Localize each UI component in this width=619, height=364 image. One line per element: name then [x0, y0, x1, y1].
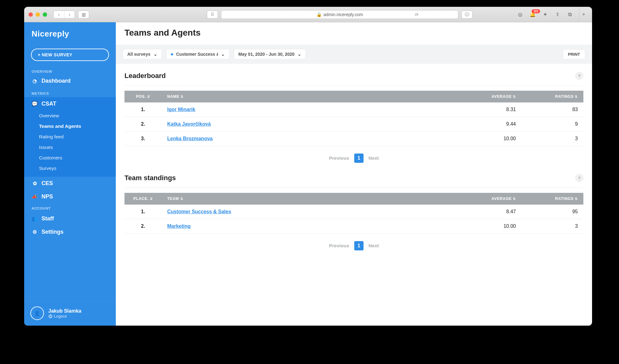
tabs-icon[interactable]: ⧉ [565, 11, 574, 18]
divider [124, 188, 583, 188]
user-icon: 👤 [34, 310, 40, 316]
sidebar-item-label: CSAT [41, 101, 56, 107]
sort-icon: ⇅ [513, 197, 516, 201]
pagination-next[interactable]: Next [368, 155, 379, 161]
grid-icon: ⠿ [207, 11, 218, 18]
panel-icon: ▥ [78, 11, 89, 18]
sidebar-item-csat[interactable]: 💬 CSAT [24, 97, 116, 110]
sidebar-item-staff[interactable]: 👥 Staff [24, 212, 116, 225]
agent-link[interactable]: Igor Minarik [167, 107, 195, 112]
cell-average: 9.44 [460, 117, 521, 132]
filter-team[interactable]: Customer Success & ⌄ [166, 49, 229, 59]
apps-button[interactable]: ⠿ [207, 11, 218, 19]
avatar[interactable]: 👤 [30, 306, 44, 320]
table-row: 2. Marketing 10.00 3 [124, 219, 583, 234]
close-window-button[interactable] [28, 12, 33, 17]
filter-team-label: Customer Success & [176, 52, 218, 57]
csat-group: 💬 CSAT Overview Teams and Agents Rating … [24, 97, 116, 177]
sort-icon: ⇅ [180, 197, 183, 201]
logout-link[interactable]: ⏻ Logout [48, 314, 81, 318]
sidebar: Nicereply + NEW SURVEY OVERVIEW ◔ Dashbo… [24, 22, 116, 326]
address-bar[interactable]: 🔒 admin.nicereply.com ⟳ [221, 10, 458, 19]
minimize-window-button[interactable] [36, 12, 40, 17]
reader-button[interactable]: ⓘ [461, 11, 473, 19]
maximize-window-button[interactable] [43, 12, 47, 17]
col-label: NAME [167, 94, 179, 99]
sidebar-item-settings[interactable]: ⚙ Settings [24, 225, 116, 239]
sidebar-sub-rating-feed[interactable]: Rating feed [24, 132, 116, 142]
filter-survey[interactable]: All surveys ⌄ [123, 49, 162, 59]
table-header-row: PLACE.⇵ TEAM⇅ AVERAGE⇅ RATINGS⇅ [124, 193, 583, 205]
help-button[interactable]: ? [575, 174, 583, 182]
agent-link[interactable]: Lenka Brozmanova [167, 136, 213, 141]
extension-icon-3[interactable]: ✶ [541, 11, 549, 18]
filter-date[interactable]: May 01, 2020 - Jun 30, 2020 ⌄ [234, 49, 306, 59]
pagination-next[interactable]: Next [368, 243, 379, 249]
sidebar-item-nps[interactable]: 📣 NPS [24, 190, 116, 203]
new-tab-button[interactable]: ＋ [579, 7, 588, 22]
info-icon: ⓘ [462, 11, 472, 18]
sidebar-item-ces[interactable]: ✿ CES [24, 177, 116, 190]
sidebar-sub-overview[interactable]: Overview [24, 110, 116, 121]
col-team[interactable]: TEAM⇅ [162, 193, 460, 205]
reload-icon[interactable]: ⟳ [415, 12, 419, 17]
col-name[interactable]: NAME⇅ [162, 91, 460, 102]
col-label: RATINGS [555, 197, 574, 201]
col-ratings[interactable]: RATINGS⇅ [521, 193, 583, 205]
team-standings-pagination: Previous 1 Next [124, 241, 583, 250]
section-overview-label: OVERVIEW [24, 67, 116, 75]
col-ratings[interactable]: RATINGS⇅ [521, 91, 583, 102]
sidebar-item-dashboard[interactable]: ◔ Dashboard [24, 75, 116, 89]
nav-back-forward: ‹ › [53, 11, 75, 19]
extension-icon-1[interactable]: ◎ [516, 11, 525, 18]
user-name: Jakub Slamka [48, 308, 81, 314]
window-controls [28, 12, 47, 17]
pagination-prev[interactable]: Previous [329, 243, 349, 249]
help-button[interactable]: ? [575, 72, 583, 80]
sidebar-item-label: Staff [41, 215, 54, 222]
agent-link[interactable]: Katka Javorčíková [167, 121, 211, 127]
gear-icon: ⚙ [32, 229, 38, 235]
page-title: Teams and Agents [124, 28, 583, 38]
puzzle-icon: ✿ [32, 180, 38, 186]
sidebar-item-label: CES [41, 180, 53, 187]
team-standings-table: PLACE.⇵ TEAM⇅ AVERAGE⇅ RATINGS⇅ [124, 193, 583, 234]
forward-button[interactable]: › [64, 11, 75, 18]
team-standings-title: Team standings [124, 174, 176, 182]
brand-logo[interactable]: Nicereply [24, 22, 116, 46]
pagination-current[interactable]: 1 [354, 241, 364, 250]
page-header: Teams and Agents [116, 22, 592, 45]
cell-ratings: 3 [521, 132, 583, 146]
sidebar-sub-surveys[interactable]: Surveys [24, 163, 116, 174]
cell-place: 1. [124, 205, 162, 219]
chat-icon: 💬 [32, 101, 38, 107]
print-button[interactable]: PRINT [563, 49, 585, 59]
sidebar-toggle[interactable]: ▥ [78, 11, 89, 19]
pagination-prev[interactable]: Previous [329, 155, 349, 161]
section-account-label: ACCOUNT [24, 203, 116, 212]
back-button[interactable]: ‹ [54, 11, 64, 18]
sidebar-sub-issues[interactable]: Issues [24, 142, 116, 153]
cell-average: 8.31 [460, 102, 521, 117]
power-icon: ⏻ [48, 314, 53, 318]
team-link[interactable]: Customer Success & Sales [167, 209, 231, 214]
sidebar-sub-teams-agents[interactable]: Teams and Agents [24, 121, 116, 132]
sort-icon: ⇅ [575, 95, 578, 98]
table-row: 1. Igor Minarik 8.31 83 [124, 102, 583, 117]
col-pos[interactable]: POS.⇵ [124, 91, 162, 102]
col-average[interactable]: AVERAGE⇅ [460, 91, 521, 102]
filter-bar: All surveys ⌄ Customer Success & ⌄ May 0… [116, 45, 592, 64]
brand-text: Nicereply [32, 29, 69, 38]
extension-icon-2[interactable]: 🔔 101 [528, 11, 537, 18]
team-link[interactable]: Marketing [167, 223, 191, 229]
filter-date-label: May 01, 2020 - Jun 30, 2020 [238, 52, 294, 57]
pagination-current[interactable]: 1 [354, 154, 364, 163]
col-place[interactable]: PLACE.⇵ [124, 193, 162, 205]
new-survey-button[interactable]: + NEW SURVEY [31, 49, 109, 61]
share-icon[interactable]: ⇪ [553, 11, 562, 18]
col-average[interactable]: AVERAGE⇅ [460, 193, 521, 205]
sidebar-sub-customers[interactable]: Customers [24, 153, 116, 163]
cell-average: 8.47 [460, 205, 521, 219]
cell-ratings: 3 [521, 219, 583, 234]
browser-chrome: ‹ › ▥ ⠿ 🔒 admin.nicereply.com ⟳ ⓘ ◎ 🔔 10… [24, 7, 592, 22]
